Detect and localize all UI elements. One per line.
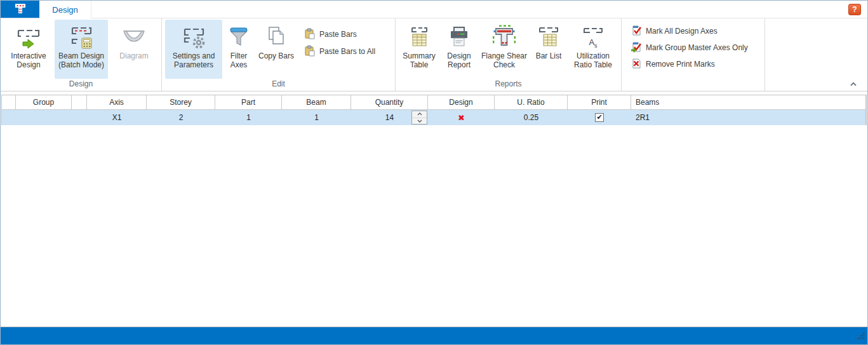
print-checkbox[interactable]: ✔ [595, 113, 604, 122]
copy-pages-icon [264, 22, 289, 51]
tab-bar: Design ? [1, 1, 867, 18]
spinner-down-button[interactable] [412, 118, 427, 125]
remove-print-marks-button[interactable]: Remove Print Marks [631, 58, 760, 71]
beam-design-table: Group Axis Storey Part Beam Quantity Des… [1, 95, 867, 125]
quantity-cell: 14 [351, 110, 428, 125]
button-label: Summary Table [399, 51, 439, 69]
storey-cell: 2 [147, 110, 215, 125]
tbeam-app-icon [13, 1, 27, 18]
button-label: Paste Bars to All [319, 47, 375, 56]
design-report-button[interactable]: Design Report [441, 20, 477, 79]
moment-diagram-icon [121, 22, 147, 51]
status-bar [1, 327, 867, 344]
help-button[interactable]: ? [848, 4, 861, 15]
flange-shear-check-button[interactable]: Flange Shear Check [479, 20, 530, 79]
ribbon-group-reports: Summary Table Design Report [396, 18, 622, 91]
button-label: Beam Design (Batch Mode) [55, 51, 108, 69]
beams-cell: 2R1 [631, 110, 866, 125]
spinner-up-button[interactable] [412, 111, 427, 118]
funnel-icon [226, 22, 251, 51]
ribbon-group-marks: Mark All Design Axes Mark Group Master A… [622, 18, 765, 91]
group-caption-design: Design [1, 79, 161, 91]
beam-calculator-icon [69, 22, 94, 51]
diagram-button[interactable]: Diagram [109, 20, 159, 79]
table-header-row: Group Axis Storey Part Beam Quantity Des… [2, 95, 866, 110]
beam-green-arrow-icon [16, 22, 41, 51]
button-label: Design Report [441, 51, 477, 69]
table-row[interactable]: X1 2 1 1 14 ✖ [2, 110, 866, 125]
paste-bars-to-all-button[interactable]: Paste Bars to All [304, 45, 391, 58]
button-label: Mark All Design Axes [646, 27, 718, 36]
chevron-up-icon [850, 78, 857, 89]
button-label: Interactive Design [4, 51, 53, 69]
button-label: Copy Bars [258, 51, 294, 60]
button-label: Flange Shear Check [479, 51, 530, 69]
page-check-green-arrow-icon [631, 41, 642, 55]
col-header-storey[interactable]: Storey [147, 95, 215, 110]
mark-buttons-column: Mark All Design Axes Mark Group Master A… [624, 20, 763, 79]
clipboard-paste-icon [304, 28, 316, 41]
design-status-cell: ✖ [428, 110, 495, 125]
resize-grip[interactable] [857, 331, 865, 342]
group-caption-reports: Reports [396, 79, 621, 91]
group-cell [16, 110, 72, 125]
copy-bars-button[interactable]: Copy Bars [255, 20, 297, 79]
beam-table-icon [406, 22, 432, 51]
button-label: Filter Axes [224, 51, 254, 69]
button-label: Bar List [536, 51, 562, 60]
ribbon-spacer [765, 18, 867, 91]
col-header-quantity[interactable]: Quantity [351, 95, 428, 110]
page-red-x-icon [631, 58, 642, 71]
col-header-u-ratio[interactable]: U. Ratio [495, 95, 568, 110]
bar-list-button[interactable]: Bar List [531, 20, 566, 79]
u-ratio-cell: 0.25 [495, 110, 568, 125]
axis-cell: X1 [87, 110, 147, 125]
button-label: Paste Bars [319, 30, 357, 39]
tbeam-shear-icon [491, 22, 517, 51]
col-header-design[interactable]: Design [428, 95, 495, 110]
button-label: Settings and Parameters [165, 51, 222, 69]
ribbon-group-edit: Settings and Parameters Filter Axes [162, 18, 396, 91]
beam-cell: 1 [282, 110, 351, 125]
ribbon: Interactive Design [1, 18, 867, 91]
mark-group-master-axes-only-button[interactable]: Mark Group Master Axes Only [631, 41, 760, 54]
ribbon-group-design: Interactive Design [1, 18, 162, 91]
part-cell: 1 [215, 110, 282, 125]
group-caption-edit: Edit [162, 79, 395, 91]
beam-as-icon: As [580, 22, 606, 51]
paste-bars-button[interactable]: Paste Bars [304, 28, 391, 41]
button-label: Remove Print Marks [646, 60, 715, 69]
row-indicator-cell [2, 110, 16, 125]
tab-design[interactable]: Design [39, 1, 91, 18]
col-header-part[interactable]: Part [215, 95, 282, 110]
beam-table-icon [536, 22, 561, 51]
col-header-group[interactable]: Group [16, 95, 72, 110]
print-cell: ✔ [568, 110, 631, 125]
beam-design-batch-mode-button[interactable]: Beam Design (Batch Mode) [55, 20, 108, 79]
spacer-cell [72, 110, 87, 125]
col-header-axis[interactable]: Axis [87, 95, 147, 110]
main-content: Group Axis Storey Part Beam Quantity Des… [1, 91, 867, 327]
design-fail-icon: ✖ [458, 113, 465, 123]
utilization-ratio-table-button[interactable]: As Utilization Ratio Table [568, 20, 618, 79]
interactive-design-button[interactable]: Interactive Design [4, 20, 53, 79]
col-header-indicator [2, 95, 16, 110]
filter-axes-button[interactable]: Filter Axes [224, 20, 254, 79]
paste-buttons-column: Paste Bars Paste Bars to All [298, 20, 393, 79]
group-caption-empty [622, 79, 765, 91]
clipboard-paste-icon [304, 45, 316, 58]
col-header-beams[interactable]: Beams [631, 95, 866, 110]
col-header-spacer [72, 95, 87, 110]
quantity-stepper[interactable] [411, 111, 427, 125]
collapse-ribbon-button[interactable] [848, 79, 858, 87]
settings-and-parameters-button[interactable]: Settings and Parameters [165, 20, 222, 79]
beam-gear-icon [181, 22, 206, 51]
mark-all-design-axes-button[interactable]: Mark All Design Axes [631, 25, 760, 37]
app-menu-button[interactable] [1, 1, 39, 18]
app-window: Design ? Interactive Design [0, 0, 868, 345]
col-header-print[interactable]: Print [568, 95, 631, 110]
button-label: Diagram [119, 51, 148, 60]
col-header-beam[interactable]: Beam [282, 95, 351, 110]
printer-icon [446, 22, 472, 51]
summary-table-button[interactable]: Summary Table [399, 20, 439, 79]
